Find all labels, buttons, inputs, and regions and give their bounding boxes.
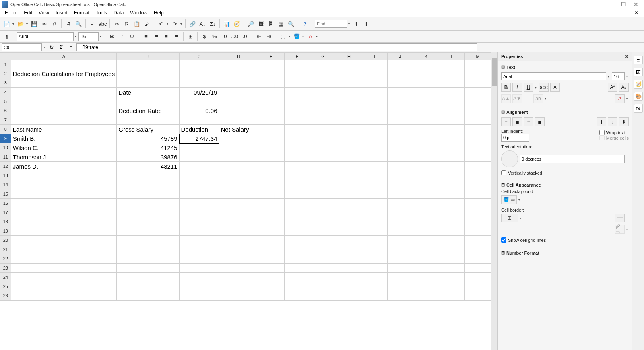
cell-D4[interactable] — [219, 88, 258, 97]
bgcolor-icon[interactable]: 🪣 — [292, 32, 301, 41]
row-header-25[interactable]: 25 — [0, 282, 11, 291]
cell-A1[interactable] — [11, 60, 116, 69]
cell-D2[interactable] — [219, 69, 258, 78]
align-section-header[interactable]: Alignment — [506, 110, 528, 115]
cell-J3[interactable] — [388, 78, 413, 88]
row-header-15[interactable]: 15 — [0, 189, 11, 199]
cell-K17[interactable] — [413, 208, 439, 217]
cell-I5[interactable] — [362, 97, 387, 106]
col-header-A[interactable]: A — [11, 53, 116, 60]
cell-G20[interactable] — [310, 236, 336, 245]
cell-G10[interactable] — [310, 143, 336, 152]
cell-I14[interactable] — [362, 180, 387, 189]
cell-L25[interactable] — [439, 282, 465, 291]
cell-J1[interactable] — [388, 60, 413, 69]
cell-section-header[interactable]: Cell Appearance — [506, 183, 541, 187]
find-input[interactable] — [315, 20, 347, 28]
cell-E20[interactable] — [258, 236, 284, 245]
menu-insert[interactable]: Insert — [53, 10, 70, 16]
cell-G17[interactable] — [310, 208, 336, 217]
row-header-20[interactable]: 20 — [0, 236, 11, 245]
cell-I2[interactable] — [362, 69, 387, 78]
close-button[interactable]: ✕ — [634, 1, 638, 8]
cell-H14[interactable] — [336, 180, 362, 189]
panel-align-right-icon[interactable]: ≡ — [524, 117, 533, 126]
cell-C20[interactable] — [179, 236, 219, 245]
cell-J11[interactable] — [388, 152, 413, 162]
cell-E26[interactable] — [258, 291, 284, 301]
cell-E12[interactable] — [258, 162, 284, 171]
cell-E4[interactable] — [258, 88, 284, 97]
cell-B15[interactable] — [117, 189, 179, 199]
cell-D10[interactable] — [219, 143, 258, 152]
sort-desc-icon[interactable]: Z↓ — [208, 19, 217, 28]
col-header-K[interactable]: K — [413, 53, 439, 60]
cell-K13[interactable] — [413, 171, 439, 180]
cell-D5[interactable] — [219, 97, 258, 106]
cell-K18[interactable] — [413, 217, 439, 226]
border-color-button[interactable]: 🖊 ▭ — [615, 225, 625, 234]
cell-G16[interactable] — [310, 199, 336, 208]
cell-F20[interactable] — [284, 236, 310, 245]
redo-icon[interactable]: ↷ — [170, 19, 179, 28]
gallery-icon[interactable]: 🖼 — [256, 19, 265, 28]
col-header-J[interactable]: J — [388, 53, 413, 60]
cell-D20[interactable] — [219, 236, 258, 245]
align-justify-icon[interactable]: ≣ — [172, 32, 181, 41]
cell-C3[interactable] — [179, 78, 219, 88]
row-header-5[interactable]: 5 — [0, 97, 11, 106]
row-header-19[interactable]: 19 — [0, 226, 11, 236]
cell-L19[interactable] — [439, 226, 465, 236]
cell-D19[interactable] — [219, 226, 258, 236]
panel-valign-bot-icon[interactable]: ⬇ — [619, 117, 629, 126]
cell-J20[interactable] — [388, 236, 413, 245]
cell-A16[interactable] — [11, 199, 116, 208]
cell-M18[interactable] — [465, 217, 491, 226]
cell-L1[interactable] — [439, 60, 465, 69]
cell-F26[interactable] — [284, 291, 310, 301]
cell-I6[interactable] — [362, 106, 387, 115]
cell-M22[interactable] — [465, 254, 491, 264]
cell-G7[interactable] — [310, 115, 336, 125]
border-line-button[interactable]: ━━ — [615, 214, 625, 222]
cell-M16[interactable] — [465, 199, 491, 208]
align-right-icon[interactable]: ≡ — [162, 32, 171, 41]
borders-icon[interactable]: ▢ — [279, 32, 287, 41]
cell-C26[interactable] — [179, 291, 219, 301]
row-header-11[interactable]: 11 — [0, 152, 11, 162]
cell-D9[interactable] — [219, 134, 258, 143]
cell-K3[interactable] — [413, 78, 439, 88]
cell-H20[interactable] — [336, 236, 362, 245]
preview-icon[interactable]: 🔍 — [74, 19, 83, 28]
cell-G26[interactable] — [310, 291, 336, 301]
cell-I1[interactable] — [362, 60, 387, 69]
orientation-input[interactable] — [520, 155, 625, 163]
cell-E7[interactable] — [258, 115, 284, 125]
cell-C17[interactable] — [179, 208, 219, 217]
cell-C21[interactable] — [179, 245, 219, 254]
cell-L4[interactable] — [439, 88, 465, 97]
cell-E5[interactable] — [258, 97, 284, 106]
cell-A26[interactable] — [11, 291, 116, 301]
cell-E10[interactable] — [258, 143, 284, 152]
row-header-16[interactable]: 16 — [0, 199, 11, 208]
font-name-input[interactable] — [17, 32, 74, 41]
cell-M17[interactable] — [465, 208, 491, 217]
cell-J21[interactable] — [388, 245, 413, 254]
cell-K8[interactable] — [413, 125, 439, 134]
percent-icon[interactable]: % — [210, 32, 219, 41]
cell-B9[interactable]: 45789 — [117, 134, 179, 143]
cell-E13[interactable] — [258, 171, 284, 180]
row-header-9[interactable]: 9 — [0, 134, 11, 143]
cell-I19[interactable] — [362, 226, 387, 236]
cell-D6[interactable] — [219, 106, 258, 115]
cell-D1[interactable] — [219, 60, 258, 69]
cell-C8[interactable]: Deduction — [179, 125, 219, 134]
cell-G5[interactable] — [310, 97, 336, 106]
cell-A5[interactable] — [11, 97, 116, 106]
cell-E17[interactable] — [258, 208, 284, 217]
cell-H3[interactable] — [336, 78, 362, 88]
cell-B13[interactable] — [117, 171, 179, 180]
panel-align-justify-icon[interactable]: ≣ — [535, 117, 545, 126]
cell-L17[interactable] — [439, 208, 465, 217]
